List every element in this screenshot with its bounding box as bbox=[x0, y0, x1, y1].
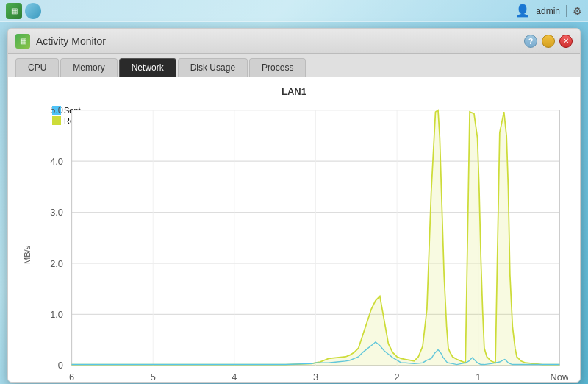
taskbar-username: admin bbox=[536, 6, 560, 16]
taskbar-separator2 bbox=[566, 5, 567, 17]
tab-cpu[interactable]: CPU bbox=[15, 58, 59, 77]
window-titlebar: ▦ Activity Monitor ? ✕ bbox=[8, 29, 580, 54]
chart-svg-area: 5.0 4.0 3.0 2.0 1.0 0 6 5 4 3 2 bbox=[37, 102, 568, 383]
svg-text:2: 2 bbox=[395, 371, 400, 383]
svg-text:3: 3 bbox=[313, 371, 318, 383]
taskbar: ▦ 👤 admin ⚙ bbox=[0, 0, 588, 22]
chart-body: MB/s Sent Received bbox=[20, 102, 568, 383]
taskbar-settings-icon[interactable]: ⚙ bbox=[573, 5, 582, 17]
svg-text:4.0: 4.0 bbox=[50, 156, 63, 167]
chart-container: LAN1 MB/s Sent Received bbox=[20, 86, 568, 373]
tab-network[interactable]: Network bbox=[119, 58, 176, 77]
tab-disk-usage[interactable]: Disk Usage bbox=[178, 58, 248, 77]
tab-memory[interactable]: Memory bbox=[60, 58, 117, 77]
taskbar-left: ▦ bbox=[6, 3, 41, 19]
svg-text:5.0: 5.0 bbox=[50, 104, 63, 115]
minimize-button[interactable] bbox=[542, 35, 555, 48]
close-button[interactable]: ✕ bbox=[559, 35, 573, 48]
help-button[interactable]: ? bbox=[524, 35, 537, 48]
content-area: LAN1 MB/s Sent Received bbox=[8, 77, 580, 382]
tabs-bar: CPU Memory Network Disk Usage Process bbox=[8, 54, 580, 77]
svg-text:4: 4 bbox=[232, 371, 237, 383]
taskbar-right: 👤 admin ⚙ bbox=[509, 4, 582, 18]
svg-text:3.0: 3.0 bbox=[50, 207, 63, 218]
taskbar-separator bbox=[509, 5, 509, 17]
taskbar-app-icon1[interactable]: ▦ bbox=[6, 3, 22, 19]
activity-monitor-window: ▦ Activity Monitor ? ✕ CPU Memory Networ… bbox=[7, 28, 581, 383]
window-controls: ? ✕ bbox=[524, 35, 573, 48]
svg-text:6: 6 bbox=[69, 371, 74, 383]
window-title: Activity Monitor bbox=[36, 35, 524, 47]
app-icon: ▦ bbox=[15, 34, 30, 49]
svg-text:Now: Now bbox=[551, 371, 568, 383]
chart-svg: 5.0 4.0 3.0 2.0 1.0 0 6 5 4 3 2 bbox=[37, 102, 568, 383]
svg-text:2.0: 2.0 bbox=[50, 258, 63, 269]
chart-title: LAN1 bbox=[20, 86, 568, 97]
tab-process[interactable]: Process bbox=[249, 58, 306, 77]
svg-text:0: 0 bbox=[58, 360, 63, 371]
svg-text:1.0: 1.0 bbox=[50, 309, 63, 320]
taskbar-app-icon2[interactable] bbox=[25, 3, 41, 19]
y-axis-label: MB/s bbox=[20, 102, 37, 383]
svg-text:1: 1 bbox=[476, 371, 481, 383]
chart-inner: Sent Received bbox=[37, 102, 568, 383]
svg-text:5: 5 bbox=[151, 371, 156, 383]
